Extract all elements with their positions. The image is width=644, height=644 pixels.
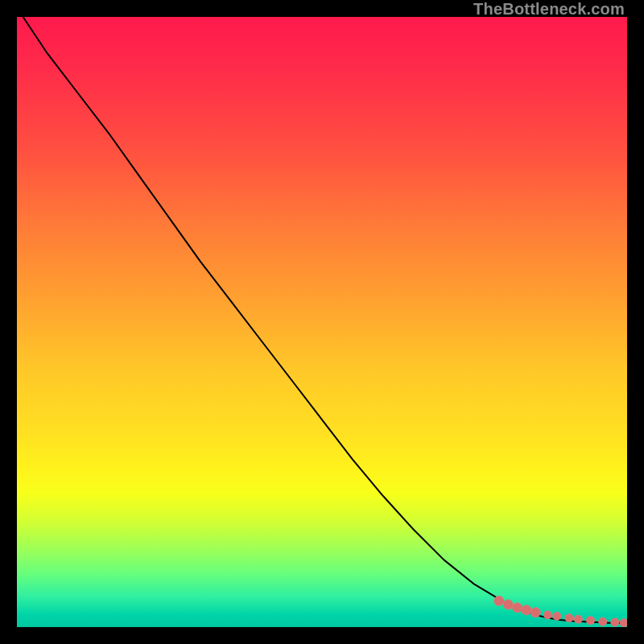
bottleneck-curve xyxy=(23,17,627,623)
attribution-text: TheBottleneck.com xyxy=(473,0,625,19)
chart-frame xyxy=(17,17,627,627)
data-point xyxy=(530,608,540,617)
data-point xyxy=(543,611,551,619)
data-point xyxy=(553,612,561,620)
data-point xyxy=(587,617,595,625)
data-point xyxy=(611,618,619,626)
data-point xyxy=(494,596,504,605)
data-point xyxy=(503,600,513,609)
data-point xyxy=(599,617,607,625)
data-point xyxy=(522,605,531,615)
curve-plot xyxy=(17,17,627,627)
data-point xyxy=(620,619,627,627)
data-point xyxy=(574,615,582,623)
data-point xyxy=(513,603,522,613)
data-point xyxy=(565,614,573,622)
